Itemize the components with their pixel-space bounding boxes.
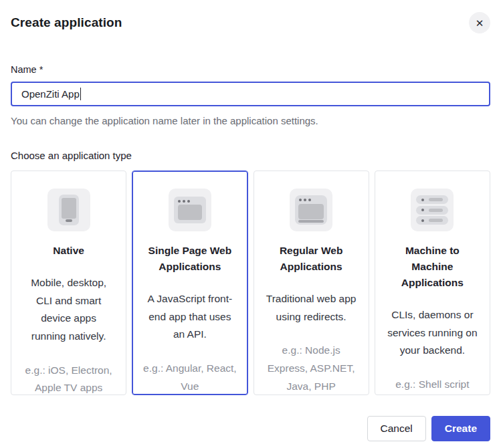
card-description: A JavaScript front-end app that uses an … <box>144 290 235 344</box>
card-title: Native <box>27 243 111 259</box>
create-button[interactable]: Create <box>431 416 490 441</box>
required-marker: * <box>39 64 43 75</box>
browser-window-icon <box>169 189 211 231</box>
card-description: Traditional web app using redirects. <box>266 290 357 326</box>
application-name-input[interactable]: OpenZiti App <box>11 82 490 106</box>
card-description: CLIs, daemons or services running on you… <box>387 306 478 360</box>
card-description: Mobile, desktop, CLI and smart device ap… <box>23 274 114 346</box>
name-field-label: Name * <box>11 64 490 75</box>
application-type-label: Choose an application type <box>11 150 490 161</box>
browser-server-icon <box>290 189 332 231</box>
application-type-card-regular-web[interactable]: Regular Web Applications Traditional web… <box>254 171 369 395</box>
dialog-title: Create application <box>11 15 122 30</box>
card-title: Single Page Web Applications <box>148 243 232 275</box>
card-title: Regular Web Applications <box>269 243 353 275</box>
cancel-button[interactable]: Cancel <box>367 416 426 441</box>
server-stack-icon <box>411 189 454 231</box>
close-icon: ✕ <box>476 18 484 28</box>
card-example: e.g.: Node.js Express, ASP.NET, Java, PH… <box>264 342 359 395</box>
card-example: e.g.: Shell script <box>385 376 480 394</box>
create-application-dialog: Create application ✕ Name * OpenZiti App… <box>0 0 501 448</box>
mobile-phone-icon <box>47 189 90 231</box>
card-title: Machine to Machine Applications <box>390 243 474 291</box>
dialog-header: Create application ✕ <box>11 0 490 33</box>
name-helper-text: You can change the application name late… <box>11 115 490 126</box>
application-type-card-native[interactable]: Native Mobile, desktop, CLI and smart de… <box>11 171 126 395</box>
application-type-card-machine-to-machine[interactable]: Machine to Machine Applications CLIs, da… <box>375 171 490 395</box>
card-example: e.g.: iOS, Electron, Apple TV apps <box>21 362 116 397</box>
card-example: e.g.: Angular, React, Vue <box>142 360 237 395</box>
dialog-footer: Cancel Create <box>11 416 490 441</box>
application-type-card-single-page-web[interactable]: Single Page Web Applications A JavaScrip… <box>132 171 247 395</box>
application-name-value: OpenZiti App <box>21 88 80 100</box>
text-caret <box>80 88 82 100</box>
close-button[interactable]: ✕ <box>469 12 490 33</box>
application-type-cards: Native Mobile, desktop, CLI and smart de… <box>11 171 490 395</box>
